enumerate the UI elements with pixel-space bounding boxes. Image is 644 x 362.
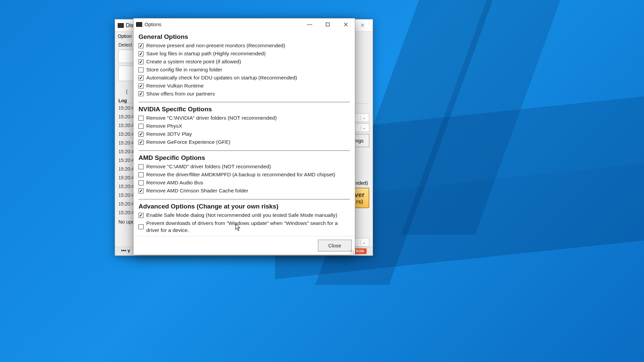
option-label: Prevent downloads of drivers from "Windo… (146, 220, 350, 234)
option-label: Show offers from our partners (146, 90, 215, 98)
option-label: Save log files in startup path (Highly r… (146, 50, 266, 57)
checkbox[interactable] (139, 75, 144, 80)
section-heading: AMD Specific Options (139, 154, 350, 162)
option-row[interactable]: Remove 3DTV Play (139, 131, 350, 138)
ddu-app-icon (118, 23, 124, 28)
option-label: Remove 3DTV Play (146, 131, 192, 138)
status-text: *** Y (121, 249, 130, 254)
option-row[interactable]: Remove Vulkan Runtime (139, 82, 350, 89)
option-row[interactable]: Show offers from our partners (139, 90, 350, 98)
checkbox[interactable] (139, 83, 144, 88)
close-icon (344, 22, 348, 26)
checkbox[interactable] (139, 43, 144, 48)
close-button[interactable] (337, 19, 355, 29)
option-row[interactable]: Remove present and non-present monitors … (139, 42, 350, 49)
section-heading: General Options (139, 33, 350, 41)
close-icon: ✕ (355, 20, 370, 31)
version-box (118, 66, 135, 81)
checkbox[interactable] (139, 140, 144, 145)
option-label: Remove PhysX (146, 123, 182, 130)
paren-label: ( (118, 84, 135, 99)
recommended-fragment: nded) (356, 180, 368, 186)
checkbox[interactable] (139, 164, 144, 169)
ddu-app-icon (136, 22, 142, 27)
option-row[interactable]: Prevent downloads of drivers from "Windo… (139, 220, 350, 234)
close-dialog-button[interactable]: Close (318, 240, 352, 251)
option-label: Remove Vulkan Runtime (146, 82, 204, 89)
resize-grip[interactable] (350, 250, 354, 254)
option-label: Store config file in roaming folder (146, 66, 222, 73)
divider (139, 102, 350, 102)
option-label: Remove AMD Crimson Shader Cache folder (146, 187, 248, 194)
checkbox[interactable] (139, 116, 144, 121)
minimize-button[interactable]: — (301, 19, 319, 29)
option-row[interactable]: Remove "C:\NVIDIA" driver folders (NOT r… (139, 115, 350, 122)
maximize-button[interactable] (319, 19, 337, 29)
section-heading: NVIDIA Specific Options (139, 106, 350, 113)
option-label: Remove "C:\AMD" driver folders (NOT reco… (146, 163, 271, 170)
checkbox[interactable] (139, 124, 144, 129)
options-titlebar[interactable]: Options — (133, 18, 355, 31)
option-label: Remove present and non-present monitors … (146, 42, 285, 49)
option-row[interactable]: Save log files in startup path (Highly r… (139, 50, 350, 57)
chevron-down-icon: ⌄ (360, 240, 368, 245)
chevron-down-icon: ⌄ (360, 116, 368, 120)
option-row[interactable]: Remove "C:\AMD" driver folders (NOT reco… (139, 163, 350, 170)
option-label: Automatically check for DDU updates on s… (146, 74, 297, 81)
option-row[interactable]: Remove GeForce Experience (GFE) (139, 139, 350, 146)
option-label: Remove the driver/filter AMDKMPFD (A bac… (146, 171, 335, 178)
divider (139, 150, 350, 151)
option-row[interactable]: Remove the driver/filter AMDKMPFD (A bac… (139, 171, 350, 178)
option-label: Enable Safe Mode dialog (Not recommended… (146, 212, 337, 219)
menu-item-options[interactable]: Option (118, 34, 131, 39)
chevron-down-icon: ⌄ (360, 126, 368, 130)
dialog-title: Options (145, 22, 161, 27)
options-dialog: Options — General OptionsRemove present … (133, 18, 355, 255)
option-row[interactable]: Enable Safe Mode dialog (Not recommended… (139, 212, 350, 219)
option-label: Remove AMD Audio Bus (146, 179, 203, 186)
option-row[interactable]: Automatically check for DDU updates on s… (139, 74, 350, 81)
option-row[interactable]: Create a system restore point (if allowe… (139, 58, 350, 65)
divider (139, 199, 350, 199)
checkbox[interactable] (139, 213, 144, 218)
option-row[interactable]: Remove AMD Audio Bus (139, 179, 350, 186)
detect-box (118, 50, 135, 63)
option-row[interactable]: Store config file in roaming folder (139, 66, 350, 73)
checkbox[interactable] (139, 59, 144, 64)
checkbox[interactable] (139, 224, 144, 229)
option-label: Remove "C:\NVIDIA" driver folders (NOT r… (146, 115, 277, 122)
checkbox[interactable] (139, 132, 144, 137)
option-row[interactable]: Remove AMD Crimson Shader Cache folder (139, 187, 350, 194)
option-label: Remove GeForce Experience (GFE) (146, 139, 230, 146)
option-label: Create a system restore point (if allowe… (146, 58, 241, 65)
checkbox[interactable] (139, 67, 144, 72)
checkbox[interactable] (139, 51, 144, 56)
maximize-icon (326, 22, 330, 26)
minimize-icon: — (307, 21, 312, 27)
checkbox[interactable] (139, 180, 144, 185)
svg-rect-0 (326, 23, 329, 26)
option-row[interactable]: Remove PhysX (139, 123, 350, 130)
section-heading: Advanced Options (Change at your own ris… (139, 203, 350, 210)
checkbox[interactable] (139, 172, 144, 177)
checkbox[interactable] (139, 188, 144, 193)
checkbox[interactable] (139, 91, 144, 96)
